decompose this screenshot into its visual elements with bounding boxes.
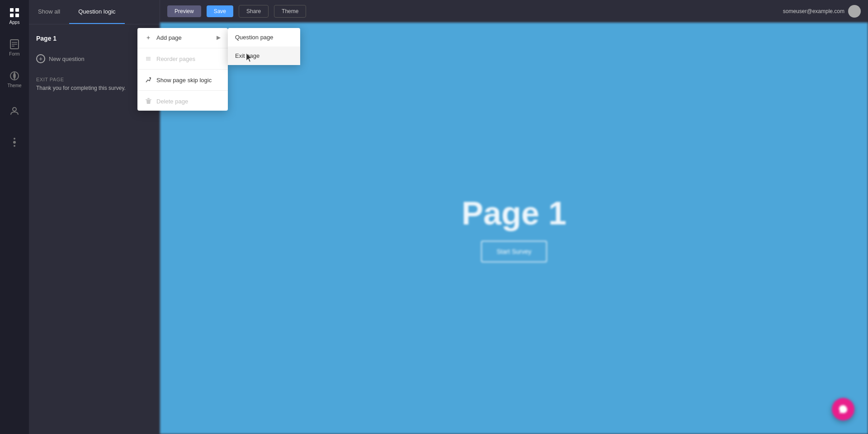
delete-icon xyxy=(145,98,152,105)
svg-rect-2 xyxy=(10,14,14,17)
chat-button[interactable] xyxy=(832,398,854,420)
context-menu-reorder-pages[interactable]: Reorder pages xyxy=(137,49,228,68)
top-bar: Preview Save Share Theme someuser@exampl… xyxy=(160,0,868,23)
icon-sidebar: Apps Form Theme xyxy=(0,0,29,434)
reorder-icon xyxy=(145,55,152,62)
exit-page-label: EXIT PAGE xyxy=(36,77,152,82)
delete-page-label: Delete page xyxy=(156,98,188,105)
user-name: someuser@example.com xyxy=(783,8,844,14)
sidebar-item-form[interactable]: Form xyxy=(0,32,29,63)
user-avatar xyxy=(848,5,861,18)
theme-icon xyxy=(9,70,20,81)
top-bar-user: someuser@example.com xyxy=(783,5,861,18)
page-title: Page 1 xyxy=(36,35,57,42)
apps-icon xyxy=(9,7,20,18)
form-icon xyxy=(9,39,20,50)
tabs-bar: Show all Question logic xyxy=(29,0,160,24)
sidebar-item-extra[interactable] xyxy=(0,126,29,158)
sidebar-item-theme-label: Theme xyxy=(7,83,21,88)
arrow-right-icon: ▶ xyxy=(217,34,221,41)
submenu-exit-page[interactable]: Exit page xyxy=(228,47,300,65)
submenu-question-page[interactable]: Question page xyxy=(228,28,300,47)
show-skip-logic-label: Show page skip logic xyxy=(156,77,212,84)
context-menu-add-page[interactable]: + Add page ▶ Question page Exit page xyxy=(137,28,228,47)
survey-page-title: Page 1 xyxy=(462,195,566,232)
svg-point-9 xyxy=(13,107,16,111)
add-icon: + xyxy=(145,34,152,41)
sidebar-item-user[interactable] xyxy=(0,95,29,126)
skip-logic-icon xyxy=(145,76,152,84)
svg-point-10 xyxy=(13,141,16,144)
sidebar-item-apps-label: Apps xyxy=(9,20,20,25)
tab-question-logic[interactable]: Question logic xyxy=(69,0,124,24)
survey-preview: Page 1 Start Survey xyxy=(160,23,868,434)
submenu: Question page Exit page xyxy=(228,28,300,65)
sidebar-item-theme[interactable]: Theme xyxy=(0,63,29,95)
svg-rect-20 xyxy=(147,98,150,99)
context-menu-delete-page[interactable]: Delete page xyxy=(137,92,228,111)
svg-rect-3 xyxy=(15,14,19,17)
user-icon xyxy=(9,105,20,116)
main-area: Preview Save Share Theme someuser@exampl… xyxy=(160,0,868,434)
divider-1 xyxy=(137,48,228,48)
theme-button[interactable]: Theme xyxy=(274,5,306,18)
sidebar-item-apps[interactable]: Apps xyxy=(0,0,29,32)
preview-button[interactable]: Preview xyxy=(167,5,201,17)
survey-start-button[interactable]: Start Survey xyxy=(481,241,547,262)
extra-icon xyxy=(9,137,20,148)
exit-page-content: Thank you for completing this survey. xyxy=(36,85,152,91)
new-question-label: New question xyxy=(49,56,85,62)
divider-3 xyxy=(137,90,228,91)
context-menu-show-skip-logic[interactable]: Show page skip logic xyxy=(137,70,228,89)
add-page-label: Add page xyxy=(156,34,182,41)
divider-2 xyxy=(137,69,228,70)
svg-point-12 xyxy=(14,145,15,147)
reorder-pages-label: Reorder pages xyxy=(156,56,195,62)
sidebar-item-form-label: Form xyxy=(9,51,19,56)
share-button[interactable]: Share xyxy=(239,5,269,18)
svg-rect-0 xyxy=(10,8,14,12)
survey-content: Page 1 Start Survey xyxy=(462,195,566,262)
context-menu: + Add page ▶ Question page Exit page Reo… xyxy=(137,28,228,111)
svg-point-11 xyxy=(14,138,15,140)
tab-show-all[interactable]: Show all xyxy=(29,0,69,24)
svg-rect-1 xyxy=(15,8,19,12)
svg-rect-19 xyxy=(146,99,151,100)
plus-circle-icon: + xyxy=(36,54,45,63)
save-button[interactable]: Save xyxy=(207,5,233,17)
